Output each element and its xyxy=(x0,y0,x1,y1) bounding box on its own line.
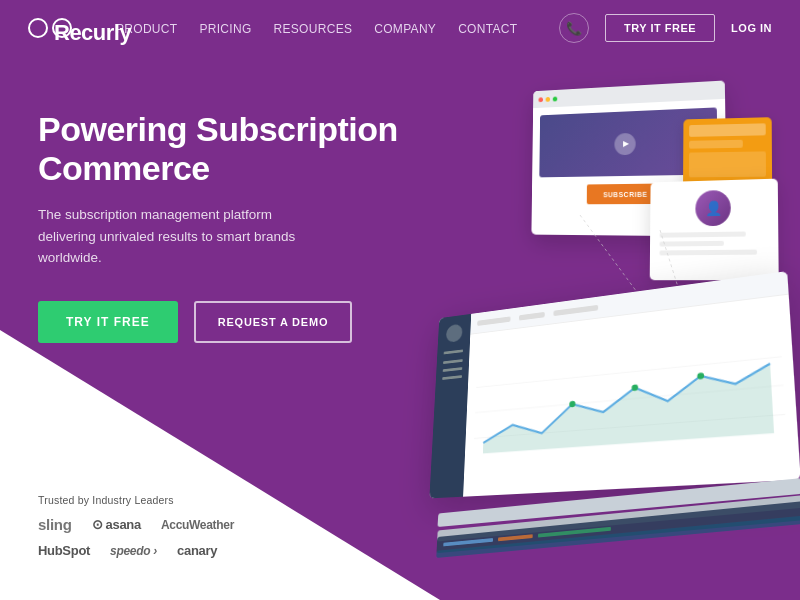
asana-logo: ⊙ asana xyxy=(92,517,141,532)
hero-content: Powering Subscription Commerce The subsc… xyxy=(38,110,398,343)
profile-line-2 xyxy=(660,241,724,247)
speedo-logo: speedo › xyxy=(110,544,157,558)
sidebar-item-3 xyxy=(443,367,463,372)
hero-title: Powering Subscription Commerce xyxy=(38,110,398,188)
nav-resources[interactable]: RESOURCES xyxy=(274,22,353,36)
nav-try-free-button[interactable]: TRY IT FREE xyxy=(605,14,715,42)
orange-line-1 xyxy=(689,123,766,137)
logo-icon xyxy=(28,18,48,38)
sling-logo: sling xyxy=(38,516,72,533)
phone-icon[interactable]: 📞 xyxy=(559,13,589,43)
canary-logo: canary xyxy=(177,543,217,558)
sidebar-avatar xyxy=(446,324,463,343)
browser-dot-yellow xyxy=(546,96,551,101)
play-button: ▶ xyxy=(614,132,635,154)
profile-icon: 👤 xyxy=(705,200,722,216)
layer3-bar2 xyxy=(498,534,533,541)
header-bar-2 xyxy=(519,311,545,320)
play-icon: ▶ xyxy=(623,139,629,148)
logos-row-1: sling ⊙ asana AccuWeather xyxy=(38,516,234,533)
subscribe-label: SUBSCRIBE xyxy=(603,190,647,197)
profile-card: 👤 xyxy=(650,179,779,281)
trusted-section: Trusted by Industry Leaders sling ⊙ asan… xyxy=(38,494,234,568)
sidebar-item-1 xyxy=(444,349,464,354)
orange-card-content xyxy=(683,117,772,183)
nav-contact[interactable]: CONTACT xyxy=(458,22,517,36)
chart-fill xyxy=(483,364,774,454)
logos-row-2: HubSpot speedo › canary xyxy=(38,543,234,558)
trusted-label: Trusted by Industry Leaders xyxy=(38,494,234,506)
nav-right: 📞 TRY IT FREE LOG IN xyxy=(559,13,772,43)
profile-lines xyxy=(659,231,768,255)
dashboard-panel xyxy=(429,271,800,498)
logo-text: Recurly xyxy=(52,18,72,38)
navigation: Recurly PRODUCT PRICING RESOURCES COMPAN… xyxy=(0,0,800,56)
hero-illustration: ▶ SUBSCRIBE 👤 xyxy=(380,30,800,570)
sidebar-item-2 xyxy=(443,359,463,364)
orange-card-box xyxy=(689,151,766,177)
request-demo-button[interactable]: REQUEST A DEMO xyxy=(194,301,353,343)
hero-subtitle: The subscription management platform del… xyxy=(38,204,318,269)
chart-svg xyxy=(472,306,789,487)
profile-avatar: 👤 xyxy=(695,190,730,226)
nav-company[interactable]: COMPANY xyxy=(374,22,436,36)
hero-buttons: TRY IT FREE REQUEST A DEMO xyxy=(38,301,398,343)
nav-login-button[interactable]: LOG IN xyxy=(731,22,772,34)
hubspot-logo: HubSpot xyxy=(38,543,90,558)
header-bar-1 xyxy=(477,316,510,326)
profile-line-3 xyxy=(659,250,757,256)
nav-links: PRODUCT PRICING RESOURCES COMPANY CONTAC… xyxy=(116,19,517,37)
logo[interactable]: Recurly xyxy=(28,18,76,38)
accuweather-logo: AccuWeather xyxy=(161,518,234,532)
browser-dot-red xyxy=(538,97,542,102)
orange-line-2 xyxy=(689,140,742,149)
try-free-button[interactable]: TRY IT FREE xyxy=(38,301,178,343)
profile-line-1 xyxy=(660,232,746,238)
header-bar-3 xyxy=(553,304,598,315)
sidebar-item-4 xyxy=(442,375,462,380)
orange-card xyxy=(683,117,772,188)
nav-pricing[interactable]: PRICING xyxy=(199,22,251,36)
browser-dot-green xyxy=(553,96,558,101)
